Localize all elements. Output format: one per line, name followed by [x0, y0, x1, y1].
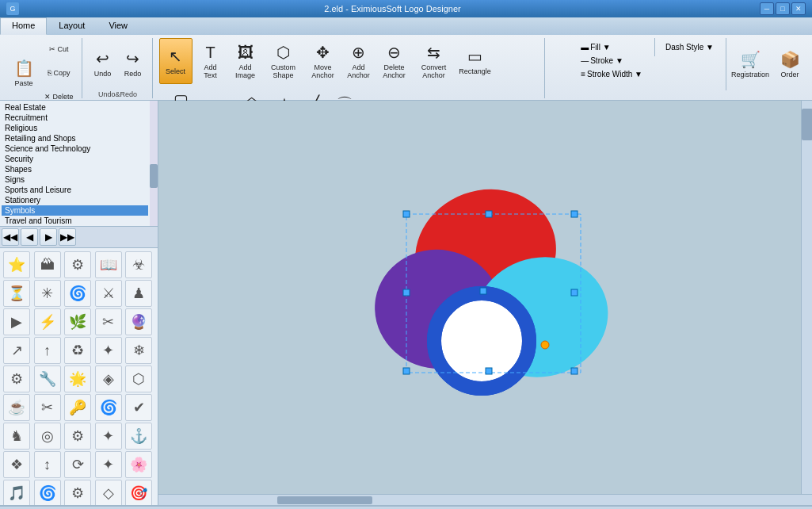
icon-cell[interactable]: 🌀 [34, 480, 61, 505]
icon-cell[interactable]: 🏔 [34, 251, 61, 278]
icon-cell[interactable]: ❄ [125, 337, 152, 364]
icon-cell[interactable]: ✦ [95, 423, 122, 450]
cut-copy-delete-group: ✂ Cut ⎘ Copy ✕ Delete [41, 38, 77, 108]
category-item[interactable]: Stationery [2, 195, 148, 205]
icon-cell[interactable]: 🌸 [125, 451, 152, 478]
order-button[interactable]: 📦 Order [774, 41, 806, 87]
icon-cell[interactable]: ◈ [95, 365, 122, 392]
stroke-width-button[interactable]: ≡ Stroke Width ▼ [575, 68, 648, 80]
custom-shape-button[interactable]: ⬡ Custom Shape [264, 38, 303, 84]
category-item[interactable]: Recruitment [2, 113, 148, 123]
fill-button[interactable]: ▬ Fill ▼ [575, 41, 648, 53]
dash-style-button[interactable]: Dash Style ▼ [660, 41, 719, 53]
icon-cell[interactable]: ⚓ [125, 423, 152, 450]
icon-cell[interactable]: ♞ [3, 423, 30, 450]
list-scrollbar[interactable] [150, 101, 158, 226]
icon-cell[interactable]: ⚙ [3, 365, 30, 392]
icon-cell[interactable]: ⚙ [64, 423, 91, 450]
category-item[interactable]: Shapes [2, 164, 148, 174]
category-item[interactable]: Travel and Tourism [2, 216, 148, 226]
delete-anchor-button[interactable]: ⊖ Delete Anchor [376, 38, 413, 84]
copy-button[interactable]: ⎘ Copy [41, 62, 77, 84]
tab-home[interactable]: Home [0, 17, 47, 35]
icon-cell[interactable]: ↑ [34, 337, 61, 364]
title-bar-controls[interactable]: ─ □ ✕ [760, 2, 806, 15]
icon-cell[interactable]: 🎯 [125, 480, 152, 505]
select-button[interactable]: ↖ Select [159, 38, 193, 84]
rectangle-button[interactable]: ▭ Rectangle [456, 38, 495, 84]
category-item[interactable]: Security [2, 154, 148, 164]
add-anchor-button[interactable]: ⊕ Add Anchor [343, 38, 375, 84]
redo-label: Redo [124, 70, 142, 78]
icon-cell[interactable]: 🔮 [125, 308, 152, 335]
minimize-button[interactable]: ─ [760, 2, 774, 15]
icon-cell[interactable]: 🌀 [64, 280, 91, 307]
clipboard-buttons: 📋 Paste ✂ Cut ⎘ Copy ✕ Delete [8, 38, 77, 108]
category-item[interactable]: Sports and Leisure [2, 185, 148, 195]
canvas-wrapper[interactable] [158, 101, 812, 494]
icon-cell[interactable]: ❖ [3, 451, 30, 478]
redo-button[interactable]: ↪ Redo [119, 40, 147, 86]
icon-cell[interactable]: ✂ [95, 308, 122, 335]
icon-cell[interactable]: ✂ [34, 394, 61, 421]
icon-cell[interactable]: 🔧 [34, 365, 61, 392]
icon-cell[interactable]: ✦ [95, 337, 122, 364]
tab-layout[interactable]: Layout [47, 17, 97, 35]
icon-cell[interactable]: ⭐ [3, 251, 30, 278]
icon-cell[interactable]: ✦ [95, 451, 122, 478]
registration-group: 🛒 Registration 📦 Order [726, 38, 809, 90]
icon-cell[interactable]: ♻ [64, 337, 91, 364]
move-anchor-button[interactable]: ✥ Move Anchor [305, 38, 341, 84]
registration-button[interactable]: 🛒 Registration [730, 41, 771, 87]
play-button[interactable]: ▶ [40, 228, 57, 246]
icon-cell[interactable]: ↗ [3, 337, 30, 364]
icon-cell[interactable]: ▶ [3, 308, 30, 335]
icon-cell[interactable]: 📖 [95, 251, 122, 278]
icon-cell[interactable]: ⟳ [64, 451, 91, 478]
icon-cell[interactable]: ⚡ [34, 308, 61, 335]
convert-anchor-button[interactable]: ⇆ Convert Anchor [414, 38, 454, 84]
icon-cell[interactable]: 🌀 [95, 394, 122, 421]
registration-icon: 🛒 [741, 50, 761, 69]
icon-cell[interactable]: ⏳ [3, 280, 30, 307]
prev-button[interactable]: ◀ [21, 228, 38, 246]
icon-cell[interactable]: ☕ [3, 394, 30, 421]
stroke-button[interactable]: — Stroke ▼ [575, 55, 648, 67]
cut-button[interactable]: ✂ Cut [41, 38, 77, 60]
category-item[interactable]: Retailing and Shops [2, 133, 148, 144]
category-item[interactable]: Religious [2, 123, 148, 133]
icon-cell[interactable]: ◎ [34, 423, 61, 450]
icon-cell[interactable]: ⬡ [125, 365, 152, 392]
icon-cell[interactable]: ↕ [34, 451, 61, 478]
icon-cell[interactable]: ✔ [125, 394, 152, 421]
icon-cell[interactable]: 🎵 [3, 480, 30, 505]
icon-cell[interactable]: 🌟 [64, 365, 91, 392]
category-item[interactable]: Science and Technology [2, 144, 148, 154]
maximize-button[interactable]: □ [776, 2, 790, 15]
icon-cell[interactable]: ⚙ [64, 251, 91, 278]
category-list[interactable]: Real EstateRecruitmentReligiousRetailing… [0, 101, 150, 226]
add-image-button[interactable]: 🖼 Add Image [229, 38, 262, 84]
delete-anchor-label: Delete Anchor [380, 63, 409, 79]
canvas-scrollbar-v[interactable] [801, 101, 812, 494]
last-button[interactable]: ▶▶ [59, 228, 76, 246]
first-button[interactable]: ◀◀ [2, 228, 19, 246]
category-item[interactable]: Real Estate [2, 102, 148, 113]
category-item[interactable]: Symbols [2, 205, 148, 216]
close-button[interactable]: ✕ [791, 2, 806, 15]
category-item[interactable]: Signs [2, 174, 148, 185]
undo-button[interactable]: ↩ Undo [89, 40, 117, 86]
paste-button[interactable]: 📋 Paste [8, 50, 40, 96]
icon-cell[interactable]: ⚔ [95, 280, 122, 307]
icon-cell[interactable]: ✳ [34, 280, 61, 307]
icon-cell[interactable]: ☣ [125, 251, 152, 278]
add-text-button[interactable]: T Add Text [194, 38, 227, 84]
icon-cell[interactable]: ◇ [95, 480, 122, 505]
icon-cell[interactable]: ⚙ [64, 480, 91, 505]
tab-view[interactable]: View [97, 17, 139, 35]
add-text-label: Add Text [198, 63, 223, 79]
icon-cell[interactable]: 🌿 [64, 308, 91, 335]
icon-cell[interactable]: 🔑 [64, 394, 91, 421]
icon-cell[interactable]: ♟ [125, 280, 152, 307]
canvas-scrollbar-h[interactable] [158, 494, 812, 505]
